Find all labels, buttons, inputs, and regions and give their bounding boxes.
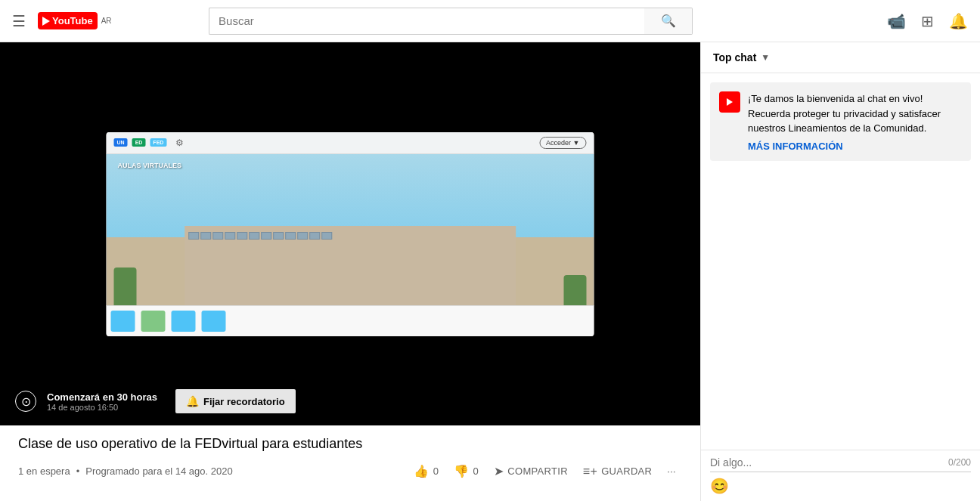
footer-icon-1: [111, 311, 135, 332]
youtube-chat-icon: [719, 91, 740, 113]
window: [188, 232, 199, 240]
bell-icon[interactable]: 🔔: [949, 12, 968, 30]
search-bar: 🔍: [209, 8, 693, 35]
screenshot-footer: [107, 305, 594, 336]
window: [285, 232, 296, 240]
window: [261, 232, 271, 240]
schedule-main: Comenzará en 30 horas: [47, 391, 157, 403]
video-actions: 👍 0 👎 0 ➤ COMPARTIR ≡+ GUARDAR: [408, 459, 682, 483]
dislike-icon: 👎: [454, 464, 469, 478]
search-button[interactable]: 🔍: [644, 8, 693, 35]
tree: [114, 268, 137, 305]
live-indicator: ⊙: [15, 391, 36, 412]
header-right: 📹 ⊞ 🔔: [887, 12, 968, 30]
browser-logos: UN ED FED: [114, 138, 167, 147]
window: [237, 232, 247, 240]
tree: [564, 275, 587, 305]
window: [249, 232, 259, 240]
scheduled-date: Programado para el 14 ago. 2020: [85, 465, 232, 477]
camera-icon[interactable]: 📹: [887, 12, 906, 30]
window: [309, 232, 320, 240]
save-icon: ≡+: [583, 465, 597, 478]
window: [200, 232, 211, 240]
chat-input[interactable]: [710, 456, 948, 469]
video-inner: UN ED FED ⚙ Acceder ▼ AULAS VIRTUALES: [0, 42, 700, 425]
schedule-sub: 14 de agosto 16:50: [47, 403, 157, 412]
reminder-label: Fijar recordatorio: [203, 396, 285, 407]
acceder-button[interactable]: Acceder ▼: [539, 137, 586, 149]
play-triangle-icon: [42, 17, 50, 26]
emoji-button[interactable]: 😊: [710, 477, 729, 495]
view-count: 1 en espera: [18, 465, 70, 477]
chat-welcome-content: ¡Te damos la bienvenida al chat en vivo!…: [748, 91, 962, 152]
screenshot-browser: UN ED FED ⚙ Acceder ▼ AULAS VIRTUALES: [107, 132, 594, 336]
footer-icon-4: [202, 311, 226, 332]
menu-icon[interactable]: ☰: [12, 12, 26, 30]
share-label: COMPARTIR: [507, 465, 568, 477]
like-button[interactable]: 👍 0: [408, 459, 445, 483]
window: [321, 232, 332, 240]
chat-header: Top chat ▼: [701, 42, 980, 73]
logo[interactable]: YouTube AR: [38, 12, 112, 29]
logo-country: AR: [101, 17, 112, 25]
bell-icon-btn: 🔔: [186, 395, 199, 407]
footer-icon-2: [141, 311, 166, 332]
grid-icon[interactable]: ⊞: [921, 12, 934, 30]
building-windows: [185, 226, 516, 246]
chat-input-row: 0/200: [710, 456, 971, 472]
video-screenshot: UN ED FED ⚙ Acceder ▼ AULAS VIRTUALES: [107, 132, 594, 336]
dislike-button[interactable]: 👎 0: [448, 459, 485, 483]
video-section: UN ED FED ⚙ Acceder ▼ AULAS VIRTUALES: [0, 42, 700, 501]
fed-logo: FED: [150, 138, 166, 147]
play-triangle-chat: [727, 98, 733, 106]
header: ☰ YouTube AR 🔍 📹 ⊞ 🔔: [0, 0, 980, 42]
more-button[interactable]: ···: [661, 461, 682, 481]
window: [273, 232, 284, 240]
like-icon: 👍: [414, 464, 429, 478]
share-icon: ➤: [494, 464, 504, 478]
video-info: Clase de uso operativo de la FEDvirtual …: [0, 425, 700, 489]
reminder-button[interactable]: 🔔 Fijar recordatorio: [175, 389, 296, 413]
save-button[interactable]: ≡+ GUARDAR: [577, 460, 658, 483]
youtube-logo: YouTube: [38, 12, 98, 29]
video-title: Clase de uso operativo de la FEDvirtual …: [18, 435, 682, 453]
window: [212, 232, 223, 240]
uncuyo-logo: UN: [114, 138, 128, 147]
chat-welcome-text: ¡Te damos la bienvenida al chat en vivo!…: [748, 93, 941, 134]
educacion-logo: ED: [132, 138, 146, 147]
search-icon: 🔍: [661, 14, 676, 28]
header-left: ☰ YouTube AR: [12, 12, 112, 30]
search-input[interactable]: [209, 8, 644, 35]
more-icon: ···: [667, 465, 676, 477]
schedule-info: Comenzará en 30 horas 14 de agosto 16:50: [47, 391, 157, 412]
main-layout: UN ED FED ⚙ Acceder ▼ AULAS VIRTUALES: [0, 42, 980, 501]
aulas-label: AULAS VIRTUALES: [118, 162, 182, 169]
chat-dropdown-icon[interactable]: ▼: [761, 52, 770, 63]
chat-footer: 0/200 😊: [701, 450, 980, 501]
chat-welcome-message: ¡Te damos la bienvenida al chat en vivo!…: [710, 82, 971, 161]
video-controls: ⊙ Comenzará en 30 horas 14 de agosto 16:…: [0, 374, 700, 425]
video-meta: 1 en espera • Programado para el 14 ago.…: [18, 459, 682, 483]
save-label: GUARDAR: [601, 465, 652, 477]
dislike-count: 0: [473, 465, 479, 477]
chat-emoji-row: 😊: [710, 472, 971, 495]
screenshot-image: AULAS VIRTUALES: [107, 154, 594, 305]
browser-settings-icon: ⚙: [175, 138, 184, 148]
chat-messages: ¡Te damos la bienvenida al chat en vivo!…: [701, 73, 980, 450]
video-player[interactable]: UN ED FED ⚙ Acceder ▼ AULAS VIRTUALES: [0, 42, 700, 425]
building: [185, 226, 516, 305]
meta-dot: •: [76, 465, 80, 477]
footer-icon-3: [172, 311, 196, 332]
chat-char-count: 0/200: [948, 457, 971, 468]
share-button[interactable]: ➤ COMPARTIR: [488, 459, 574, 483]
chat-panel: Top chat ▼ ¡Te damos la bienvenida al ch…: [700, 42, 980, 501]
chat-title: Top chat: [713, 51, 756, 63]
window: [297, 232, 308, 240]
chat-more-info-link[interactable]: MÁS INFORMACIÓN: [748, 141, 962, 152]
logo-text: YouTube: [52, 15, 93, 26]
like-count: 0: [433, 465, 439, 477]
window: [225, 232, 235, 240]
browser-bar: UN ED FED ⚙ Acceder ▼: [107, 132, 594, 154]
